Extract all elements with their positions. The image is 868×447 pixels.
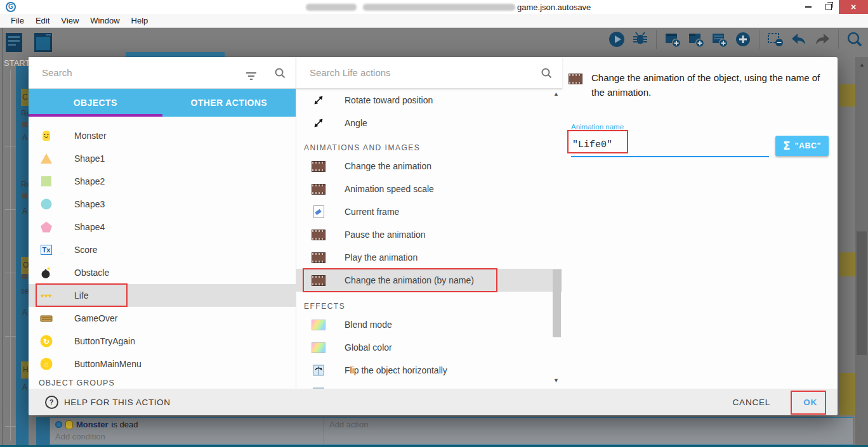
triangle-icon bbox=[39, 151, 54, 166]
objects-list: Monster Shape1 Shape2 Shape3 Shape4 bbox=[29, 117, 296, 397]
action-item[interactable]: Change the animation bbox=[296, 155, 562, 178]
square-icon bbox=[39, 174, 54, 189]
scroll-up-icon[interactable]: ▲ bbox=[553, 91, 559, 97]
window-title: game.json.autosave bbox=[517, 3, 591, 12]
actions-scrollbar-thumb[interactable] bbox=[553, 269, 561, 337]
object-item-monster[interactable]: Monster bbox=[29, 124, 296, 147]
action-item[interactable]: Angle bbox=[296, 112, 562, 134]
search-icon[interactable] bbox=[845, 30, 864, 49]
action-item[interactable]: Current frame bbox=[296, 200, 562, 223]
tree-tick bbox=[5, 336, 16, 337]
film-strip-icon bbox=[312, 228, 326, 242]
object-item-buttontryagain[interactable]: ↻ ButtonTryAgain bbox=[29, 330, 296, 353]
comment-block bbox=[839, 373, 855, 415]
action-item-change-animation-by-name[interactable]: Change the animation (by name) bbox=[296, 269, 562, 292]
rainbow-icon bbox=[312, 340, 326, 354]
events-scrollbar-thumb[interactable] bbox=[857, 231, 867, 355]
event-indent-bar bbox=[16, 415, 29, 445]
action-detail-panel: Change the animation of the object, usin… bbox=[562, 57, 838, 389]
film-strip-icon bbox=[312, 250, 326, 264]
tab-objects[interactable]: OBJECTS bbox=[29, 89, 162, 117]
event-row[interactable]: Monster is dead Add condition Add action bbox=[49, 417, 854, 445]
action-item[interactable]: Play the animation bbox=[296, 246, 562, 269]
add-circle-icon[interactable] bbox=[733, 30, 753, 49]
monster-icon bbox=[39, 128, 54, 143]
add-event-icon[interactable] bbox=[663, 30, 682, 49]
object-item-shape4[interactable]: Shape4 bbox=[29, 216, 296, 238]
expression-builder-button[interactable]: Σ "ABC" bbox=[775, 136, 829, 156]
cancel-button[interactable]: CANCEL bbox=[729, 397, 775, 408]
remove-event-icon[interactable] bbox=[766, 30, 785, 49]
menu-edit[interactable]: Edit bbox=[30, 16, 55, 25]
text-object-icon: Tx bbox=[39, 242, 54, 257]
event-condition-text: is dead bbox=[112, 420, 138, 429]
svg-text:Tx: Tx bbox=[43, 246, 51, 254]
ok-button[interactable]: OK bbox=[799, 397, 821, 408]
sigma-icon: Σ bbox=[783, 139, 791, 152]
objects-tabs: OBJECTS OTHER ACTIONS bbox=[29, 89, 296, 117]
object-item-buttonmainmenu[interactable]: ⌂ ButtonMainMenu bbox=[29, 353, 296, 375]
object-item-gameover[interactable]: GameOver bbox=[29, 307, 296, 330]
add-action-link[interactable]: Add action bbox=[329, 420, 853, 429]
search-icon[interactable] bbox=[274, 67, 286, 79]
object-item-score[interactable]: Tx Score bbox=[29, 238, 296, 261]
object-label: Shape3 bbox=[74, 199, 105, 209]
redacted-title-block bbox=[363, 4, 515, 11]
tree-tick bbox=[5, 146, 16, 146]
action-item[interactable]: Pause the animation bbox=[296, 223, 562, 246]
object-label: ButtonMainMenu bbox=[74, 359, 141, 369]
filter-icon[interactable] bbox=[246, 72, 256, 74]
animation-name-field[interactable]: "Life0" bbox=[571, 136, 769, 157]
film-strip-icon bbox=[312, 182, 326, 196]
object-label: Shape1 bbox=[74, 153, 105, 164]
action-item[interactable]: Animation speed scale bbox=[296, 178, 562, 200]
project-manager-icon[interactable] bbox=[4, 31, 27, 55]
action-item[interactable]: Flip the object horizontally bbox=[296, 359, 562, 382]
restore-button[interactable] bbox=[819, 0, 839, 14]
object-label: Score bbox=[74, 245, 98, 255]
hearts-icon: ♥♥♥ bbox=[39, 288, 54, 303]
menu-window[interactable]: Window bbox=[84, 16, 125, 25]
object-label: GameOver bbox=[74, 313, 117, 323]
object-item-life[interactable]: ♥♥♥ Life bbox=[29, 284, 296, 307]
circle-icon bbox=[39, 197, 54, 212]
undo-icon[interactable] bbox=[789, 30, 808, 49]
object-item-shape1[interactable]: Shape1 bbox=[29, 147, 296, 170]
animation-name-label: Animation name bbox=[571, 123, 838, 131]
actions-panel: Rotate toward position Angle ANIMATIONS … bbox=[296, 57, 562, 389]
scroll-up-icon[interactable]: ▲ bbox=[859, 62, 865, 68]
play-icon[interactable] bbox=[607, 30, 626, 49]
action-description: Change the animation of the object, usin… bbox=[591, 70, 826, 100]
action-item[interactable]: Rotate toward position bbox=[296, 89, 562, 112]
search-icon[interactable] bbox=[541, 67, 552, 79]
application-window: G game.json.autosave × File Edit View Wi… bbox=[0, 0, 868, 447]
dialog-footer: ? HELP FOR THIS ACTION CANCEL OK bbox=[29, 389, 838, 415]
add-subevent-icon[interactable] bbox=[687, 30, 706, 49]
scene-editor-icon[interactable] bbox=[32, 31, 56, 55]
objects-search-input[interactable] bbox=[29, 67, 246, 78]
minimize-button[interactable] bbox=[798, 0, 819, 14]
actions-search-input[interactable] bbox=[296, 67, 541, 78]
debug-icon[interactable] bbox=[631, 30, 650, 49]
object-label: ButtonTryAgain bbox=[74, 336, 135, 346]
help-for-this-action-link[interactable]: ? HELP FOR THIS ACTION bbox=[45, 396, 171, 409]
menu-help[interactable]: Help bbox=[126, 16, 154, 25]
event-indent-bar bbox=[36, 417, 49, 445]
redo-icon[interactable] bbox=[813, 30, 832, 49]
question-mark-icon: ? bbox=[45, 396, 58, 409]
object-item-shape3[interactable]: Shape3 bbox=[29, 193, 296, 216]
scroll-down-icon[interactable]: ▼ bbox=[553, 377, 559, 384]
menu-view[interactable]: View bbox=[55, 16, 84, 25]
object-item-obstacle[interactable]: Obstacle bbox=[29, 261, 296, 284]
add-comment-icon[interactable] bbox=[710, 30, 729, 49]
object-label: Shape2 bbox=[74, 176, 105, 186]
object-item-shape2[interactable]: Shape2 bbox=[29, 170, 296, 193]
section-header: EFFECTS bbox=[296, 292, 562, 313]
close-button[interactable]: × bbox=[839, 0, 868, 14]
tab-other-actions[interactable]: OTHER ACTIONS bbox=[162, 89, 296, 117]
action-item[interactable]: Blend mode bbox=[296, 313, 562, 336]
add-condition-link[interactable]: Add condition bbox=[55, 432, 324, 441]
menu-file[interactable]: File bbox=[5, 16, 30, 25]
event-mini-icon bbox=[22, 274, 27, 279]
action-item[interactable]: Global color bbox=[296, 336, 562, 359]
